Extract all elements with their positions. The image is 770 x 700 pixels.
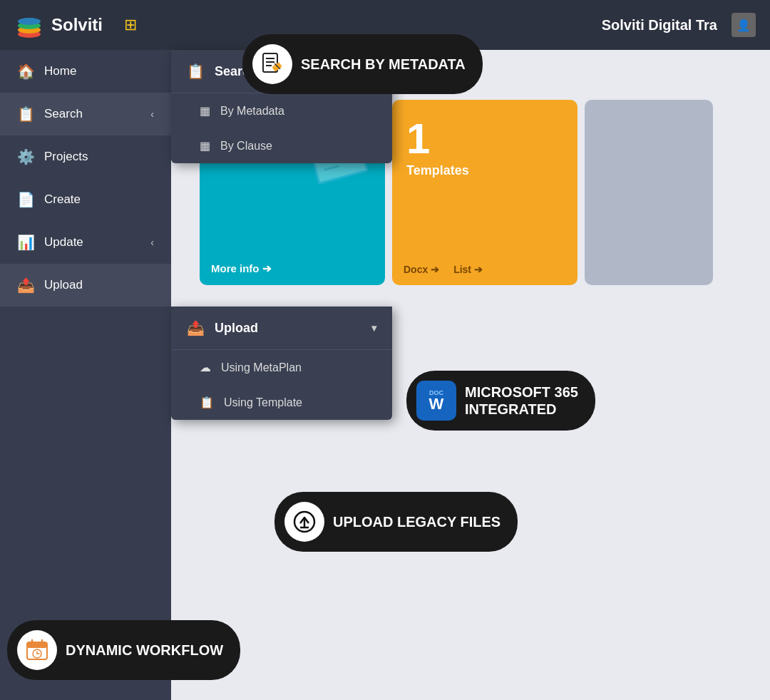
sidebar-label-upload: Upload [44,278,83,292]
sidebar-item-search[interactable]: 📋 Search ‹ [0,93,171,135]
upload-icon [293,510,316,533]
callout-ms365: DOC W MICROSOFT 365INTEGRATED [406,371,595,431]
clause-icon: ▦ [200,139,210,153]
metaplan-icon: ☁ [200,361,211,374]
upload-nav-icon: 📤 [17,277,34,294]
sidebar-label-update: Update [44,235,83,249]
search-dropdown-icon: 📋 [187,63,205,80]
callout-search-metadata-text: SEARCH BY METADATA [301,56,466,73]
template-icon: 📋 [200,396,214,409]
callout-upload: UPLOAD LEGACY FILES [274,492,518,552]
callout-ms365-text: MICROSOFT 365INTEGRATED [465,384,578,418]
sidebar-item-home[interactable]: 🏠 Home [0,50,171,93]
metadata-icon: ▦ [200,104,210,118]
workflow-icon [25,638,49,662]
sidebar-label-create: Create [44,192,81,207]
list-link[interactable]: List ➔ [453,264,483,275]
update-icon: 📊 [17,234,34,251]
upload-template-label: Using Template [224,396,302,409]
search-metadata-circle-icon [252,44,292,84]
search-chevron-icon: ‹ [150,108,154,120]
dynamic-circle-icon [17,630,57,670]
upload-template-item[interactable]: 📋 Using Template [171,385,392,420]
app-name: Solviti [51,15,103,35]
sidebar-item-update[interactable]: 📊 Update ‹ [0,221,171,264]
upload-dropdown: 📤 Upload ▾ ☁ Using MetaPlan 📋 Using Temp… [171,307,392,420]
search-by-clause-label: By Clause [220,140,272,153]
document-edit-icon [260,52,284,76]
placeholder-card [585,100,713,285]
sidebar-item-projects[interactable]: ⚙️ Projects [0,135,171,178]
templates-number: 1 [406,114,563,163]
grid-icon[interactable]: ⊞ [124,16,137,34]
callout-upload-text: UPLOAD LEGACY FILES [333,514,500,530]
search-by-clause-item[interactable]: ▦ By Clause [171,128,392,163]
upload-metaplan-label: Using MetaPlan [221,361,302,374]
sidebar-item-upload[interactable]: 📤 Upload [0,264,171,307]
user-avatar[interactable]: 👤 [732,13,756,37]
doc-big-letter: W [429,396,444,412]
ms365-circle-icon: DOC W [416,381,456,421]
projects-icon: ⚙️ [17,148,34,165]
callout-dynamic-text: DYNAMIC WORKFLOW [66,642,223,659]
docx-link[interactable]: Docx ➔ [404,264,439,275]
solviti-logo-icon [14,10,44,40]
sidebar-label-projects: Projects [44,150,88,164]
upload-circle-icon [284,502,324,542]
search-by-metadata-label: By Metadata [220,105,284,118]
sidebar-item-create[interactable]: 📄 Create [0,178,171,221]
templates-card[interactable]: 1 Templates Docx ➔ List ➔ [392,100,578,285]
search-by-metadata-item[interactable]: ▦ By Metadata [171,93,392,128]
search-nav-icon: 📋 [17,105,34,123]
upload-dropdown-header[interactable]: 📤 Upload ▾ [171,307,392,350]
upload-dropdown-icon: 📤 [187,319,205,336]
update-chevron-icon: ‹ [150,237,154,248]
upload-dropdown-label: Upload [215,321,258,336]
callout-search-metadata: SEARCH BY METADATA [242,34,483,94]
sidebar-label-home: Home [44,64,76,78]
svg-point-3 [18,18,41,25]
more-info-button[interactable]: More info ➔ [211,262,272,275]
sidebar-label-search: Search [44,107,83,121]
templates-label: Templates [406,163,563,178]
header-title: Solviti Digital Tra [602,17,717,34]
svg-rect-14 [27,642,47,648]
upload-metaplan-item[interactable]: ☁ Using MetaPlan [171,350,392,385]
create-icon: 📄 [17,191,34,208]
callout-dynamic-workflow: DYNAMIC WORKFLOW [7,620,240,680]
sidebar: 🏠 Home 📋 Search ‹ ⚙️ Projects 📄 Create 📊… [0,50,171,700]
logo-area: Solviti [14,10,103,40]
upload-dropdown-chevron: ▾ [371,322,376,334]
home-icon: 🏠 [17,63,34,80]
templates-actions: Docx ➔ List ➔ [404,264,483,275]
